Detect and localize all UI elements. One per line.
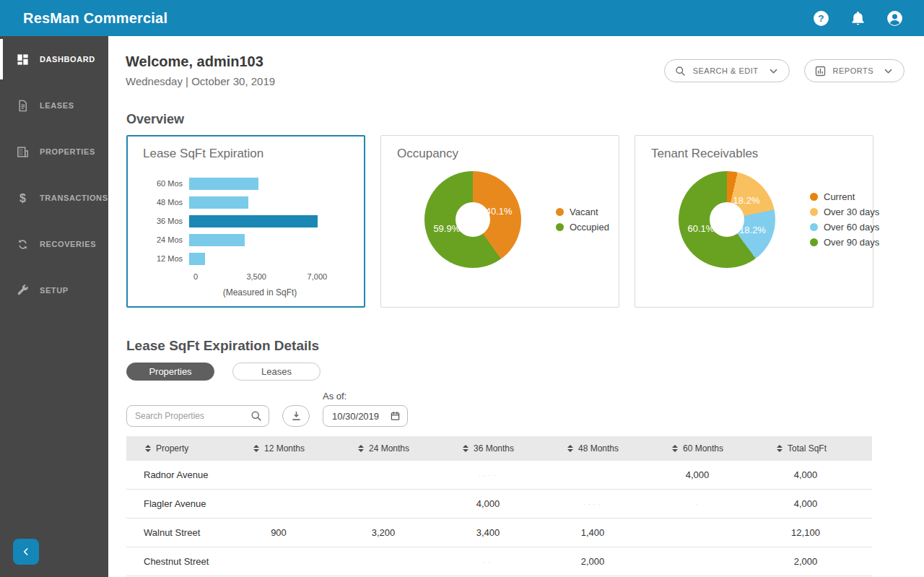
column-header-total-sqft[interactable]: Total SqFt (777, 443, 872, 454)
sidebar-item-label: SETUP (40, 286, 69, 295)
bar-track (189, 215, 318, 227)
legend-color-dot (810, 223, 818, 231)
sidebar-item-dashboard[interactable]: DASHBOARD (0, 36, 108, 82)
bar-track (189, 253, 318, 265)
reports-label: REPORTS (833, 66, 873, 75)
svg-text:?: ? (818, 13, 824, 24)
column-header-48-months[interactable]: 48 Months (567, 443, 672, 454)
m60-cell (672, 556, 777, 567)
property-search (126, 405, 269, 427)
search-edit-label: SEARCH & EDIT (693, 66, 759, 75)
topbar-icons: ? (812, 9, 904, 27)
reports-dropdown[interactable]: REPORTS (804, 59, 905, 82)
placeholder-dots: ···· (463, 471, 513, 480)
as-of-label: As of: (323, 391, 408, 402)
bar-category-label: 48 Mos (141, 198, 189, 207)
table-row[interactable]: Chestnut Street··2,0002,000 (126, 547, 872, 576)
slice-percentage-label: 18.2% (733, 195, 760, 206)
transactions-icon: $ (16, 191, 30, 205)
sort-icon (358, 445, 364, 452)
account-icon[interactable] (886, 9, 904, 27)
tab-leases[interactable]: Leases (232, 363, 321, 381)
legend-item: Over 60 days (810, 222, 879, 233)
bar-row: 48 Mos (141, 193, 350, 212)
bar-chart-x-axis: 03,5007,000 (196, 272, 324, 284)
page-header: Welcome, admin103 Wednesday | October 30… (108, 36, 924, 87)
property-name-cell: Chestnut Street (126, 556, 253, 567)
download-icon (290, 410, 302, 422)
legend-item: Occupied (556, 222, 609, 233)
column-header-36-months[interactable]: 36 Months (463, 443, 567, 454)
sidebar-item-setup[interactable]: SETUP (0, 267, 108, 313)
leases-icon (16, 99, 30, 113)
bar-track (189, 196, 318, 209)
chevron-down-icon (768, 66, 779, 77)
sort-icon (145, 445, 151, 452)
occupancy-donut-chart: 40.1%59.9% (424, 171, 521, 268)
occupancy-card[interactable]: Occupancy 40.1%59.9% VacantOccupied (380, 135, 619, 308)
table-row[interactable]: Walnut Street9003,2003,4001,40012,100 (126, 519, 872, 547)
recoveries-icon (16, 238, 30, 251)
column-header-label: 24 Months (369, 443, 409, 454)
column-header-12-months[interactable]: 12 Months (253, 443, 358, 454)
card-title: Tenant Receivables (651, 147, 858, 161)
current-date: Wednesday | October 30, 2019 (126, 75, 275, 87)
top-bar: ResMan Commercial ? (0, 0, 924, 36)
m48-cell (567, 469, 672, 480)
bar-category-label: 12 Mos (141, 254, 189, 263)
sort-icon (253, 445, 259, 452)
bar-row: 36 Mos (141, 212, 350, 230)
bar-row: 60 Mos (141, 174, 350, 193)
chevron-down-icon (883, 66, 894, 77)
sidebar-item-label: RECOVERIES (40, 240, 96, 248)
m60-cell: 4,000 (672, 469, 777, 480)
search-icon (250, 409, 263, 422)
table-row[interactable]: Radnor Avenue····4,0004,000 (126, 461, 872, 490)
x-axis-tick: 0 (193, 272, 198, 281)
legend-label: Current (824, 191, 855, 202)
tenant-receivables-card[interactable]: Tenant Receivables 18.2%18.2%60.1% Curre… (635, 135, 873, 308)
date-picker[interactable] (323, 405, 408, 427)
bar-row: 12 Mos (141, 249, 350, 268)
legend-item: Vacant (556, 207, 609, 217)
legend-color-dot (810, 208, 818, 216)
search-properties-input[interactable] (126, 405, 269, 427)
main-content: Welcome, admin103 Wednesday | October 30… (108, 36, 924, 577)
notifications-icon[interactable] (849, 9, 867, 27)
property-name-cell: Walnut Street (126, 527, 253, 538)
card-title: Occupancy (397, 147, 604, 161)
search-edit-dropdown[interactable]: SEARCH & EDIT (664, 59, 790, 82)
as-of-date-input[interactable] (332, 411, 384, 422)
bar-category-label: 24 Mos (141, 235, 189, 244)
column-header-label: 48 Months (578, 443, 619, 454)
sidebar-item-leases[interactable]: LEASES (0, 82, 108, 129)
download-button[interactable] (282, 405, 310, 427)
legend-label: Over 60 days (824, 222, 879, 233)
bar (189, 234, 245, 246)
sidebar-item-label: TRANSACTIONS (40, 194, 108, 202)
sort-icon (672, 445, 678, 452)
column-header-property[interactable]: Property (126, 443, 253, 454)
properties-icon (16, 145, 30, 159)
sidebar-item-properties[interactable]: PROPERTIES (0, 129, 108, 175)
property-name-cell: Flagler Avenue (126, 498, 253, 509)
tenant-receivables-legend: CurrentOver 30 daysOver 60 daysOver 90 d… (810, 191, 879, 248)
bar (189, 215, 318, 227)
tab-properties[interactable]: Properties (126, 363, 214, 381)
m48-cell: 2,000 (567, 556, 672, 567)
sidebar-item-transactions[interactable]: $TRANSACTIONS (0, 175, 108, 221)
bar-track (189, 178, 318, 190)
chevron-left-icon (20, 546, 32, 558)
sidebar-nav: DASHBOARDLEASESPROPERTIES$TRANSACTIONSRE… (0, 36, 108, 577)
lease-sqft-expiration-card[interactable]: Lease SqFt Expiration 60 Mos48 Mos36 Mos… (126, 135, 365, 308)
sidebar-collapse-button[interactable] (13, 539, 39, 565)
column-header-60-months[interactable]: 60 Months (672, 443, 777, 454)
help-icon[interactable]: ? (812, 9, 830, 27)
header-actions: SEARCH & EDIT REPORTS (664, 59, 905, 82)
table-row[interactable]: Flagler Avenue4,000·····4,000 (126, 490, 872, 519)
column-header-24-months[interactable]: 24 Months (358, 443, 463, 454)
total-cell: 2,000 (777, 556, 872, 567)
sidebar-item-recoveries[interactable]: RECOVERIES (0, 221, 108, 267)
bar-category-label: 36 Mos (141, 217, 189, 225)
placeholder-dots: ·· (463, 558, 513, 566)
